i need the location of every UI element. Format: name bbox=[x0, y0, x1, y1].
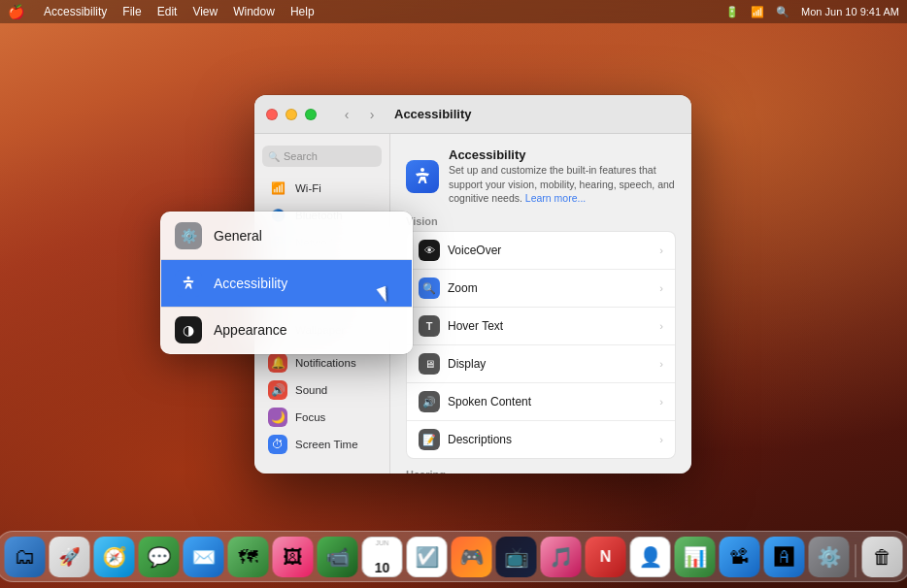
sidebar-wifi-label: Wi-Fi bbox=[295, 182, 321, 194]
dock-item-finder[interactable]: 🗂 bbox=[5, 537, 46, 577]
spokencontent-label: Spoken Content bbox=[448, 395, 659, 408]
dock-item-launchpad[interactable]: 🚀 bbox=[50, 537, 90, 577]
voiceover-chevron-icon: › bbox=[659, 245, 663, 256]
sidebar-focus-label: Focus bbox=[295, 411, 325, 423]
popup-appearance-label: Appearance bbox=[214, 322, 287, 338]
popup-item-appearance[interactable]: ◑ Appearance bbox=[161, 307, 412, 353]
accessibility-main-icon bbox=[406, 160, 439, 193]
spokencontent-chevron-icon: › bbox=[659, 396, 663, 408]
menubar: 🍎 Accessibility File Edit View Window He… bbox=[0, 0, 907, 23]
settings-row-zoom[interactable]: 🔍 Zoom › bbox=[407, 270, 675, 308]
dock-item-photos[interactable]: 🖼 bbox=[273, 537, 314, 577]
display-label: Display bbox=[448, 357, 659, 371]
search-placeholder: Search bbox=[284, 150, 318, 162]
hovertext-label: Hover Text bbox=[448, 319, 659, 333]
accessibility-popup-icon bbox=[175, 270, 202, 297]
vision-category-label: Vision bbox=[406, 215, 676, 227]
settings-row-hovertext[interactable]: T Hover Text › bbox=[407, 308, 675, 345]
section-title-block: Accessibility Set up and customize the b… bbox=[449, 147, 676, 206]
wifi-icon: 📶 bbox=[268, 179, 287, 198]
voiceover-label: VoiceOver bbox=[448, 244, 659, 257]
dock-item-messages[interactable]: 💬 bbox=[139, 537, 180, 577]
dock-item-reminders[interactable]: ☑️ bbox=[407, 537, 448, 577]
nav-back-button[interactable]: ‹ bbox=[336, 104, 357, 125]
section-header: Accessibility Set up and customize the b… bbox=[406, 147, 676, 206]
svg-point-1 bbox=[186, 276, 189, 278]
vision-settings-list: 👁 VoiceOver › 🔍 Zoom › T Hover Te bbox=[406, 231, 676, 459]
apple-menu-icon[interactable]: 🍎 bbox=[8, 4, 24, 19]
dock-item-mail[interactable]: ✉️ bbox=[184, 537, 224, 577]
menubar-view[interactable]: View bbox=[192, 5, 218, 18]
settings-row-descriptions[interactable]: 📝 Descriptions › bbox=[407, 421, 675, 458]
menubar-left: 🍎 Accessibility File Edit View Window He… bbox=[8, 4, 315, 19]
dock: 🗂 🚀 🧭 💬 ✉️ 🗺 🖼 📹 JUN 10 ☑️ 🎮 📺 🎵 N 👤 bbox=[0, 531, 907, 582]
dock-item-numbers[interactable]: 📊 bbox=[675, 537, 716, 577]
popup-general-label: General bbox=[214, 228, 262, 244]
dock-item-syspreferences[interactable]: ⚙️ bbox=[809, 537, 850, 577]
appearance-popup-icon: ◑ bbox=[175, 316, 202, 343]
zoom-chevron-icon: › bbox=[659, 282, 663, 294]
dock-item-notes[interactable]: 🎮 bbox=[452, 537, 492, 577]
menubar-file[interactable]: File bbox=[122, 5, 141, 18]
popup-accessibility-label: Accessibility bbox=[214, 276, 287, 291]
window-close-button[interactable] bbox=[266, 109, 278, 120]
context-popup: ⚙️ General Accessibility ◑ Appearance bbox=[160, 212, 413, 354]
nav-forward-button[interactable]: › bbox=[361, 104, 383, 125]
display-icon: 🖥 bbox=[419, 353, 440, 375]
hearing-category-label: Hearing bbox=[406, 469, 676, 474]
spokencontent-icon: 🔊 bbox=[419, 391, 440, 412]
menubar-battery-icon: 🔋 bbox=[725, 6, 739, 18]
sidebar-screentime-label: Screen Time bbox=[295, 439, 358, 450]
menubar-help[interactable]: Help bbox=[290, 5, 315, 18]
dock-item-contacts[interactable]: 👤 bbox=[630, 537, 671, 577]
dock-item-appstore[interactable]: 🅰 bbox=[764, 537, 805, 577]
dock-item-safari[interactable]: 🧭 bbox=[94, 537, 135, 577]
main-content: Accessibility Set up and customize the b… bbox=[390, 134, 691, 474]
window-minimize-button[interactable] bbox=[286, 109, 297, 120]
descriptions-icon: 📝 bbox=[419, 429, 440, 450]
general-popup-icon: ⚙️ bbox=[175, 222, 202, 249]
window-title: Accessibility bbox=[394, 107, 472, 121]
svg-point-0 bbox=[420, 168, 424, 172]
dock-item-keynote[interactable]: 📽 bbox=[720, 537, 760, 577]
hovertext-icon: T bbox=[419, 315, 440, 337]
dock-item-tv[interactable]: 📺 bbox=[496, 537, 537, 577]
dock-item-calendar[interactable]: JUN 10 bbox=[362, 537, 403, 577]
menubar-window[interactable]: Window bbox=[233, 5, 275, 18]
voiceover-icon: 👁 bbox=[419, 240, 440, 261]
sidebar-item-focus[interactable]: 🌙 Focus bbox=[258, 404, 386, 431]
settings-row-display[interactable]: 🖥 Display › bbox=[407, 345, 675, 383]
window-nav: ‹ › bbox=[336, 104, 383, 125]
dock-item-facetime[interactable]: 📹 bbox=[318, 537, 358, 577]
zoom-label: Zoom bbox=[448, 281, 659, 295]
menubar-edit[interactable]: Edit bbox=[157, 5, 178, 18]
sidebar-sound-label: Sound bbox=[295, 384, 327, 396]
descriptions-label: Descriptions bbox=[448, 433, 659, 446]
menubar-app-name[interactable]: Accessibility bbox=[44, 5, 107, 18]
notifications-icon: 🔔 bbox=[268, 353, 287, 373]
settings-row-spokencontent[interactable]: 🔊 Spoken Content › bbox=[407, 383, 675, 421]
menubar-right: 🔋 📶 🔍 Mon Jun 10 9:41 AM bbox=[725, 6, 899, 18]
section-title: Accessibility bbox=[449, 147, 676, 162]
sidebar-search-field[interactable]: 🔍 Search bbox=[262, 146, 382, 167]
menubar-datetime: Mon Jun 10 9:41 AM bbox=[801, 6, 899, 17]
menubar-search-icon[interactable]: 🔍 bbox=[776, 6, 789, 18]
section-subtitle: Set up and customize the built-in featur… bbox=[449, 163, 676, 206]
learn-more-link[interactable]: Learn more... bbox=[525, 192, 586, 204]
sidebar-item-wifi[interactable]: 📶 Wi-Fi bbox=[258, 175, 386, 202]
dock-item-music[interactable]: 🎵 bbox=[541, 537, 582, 577]
screentime-icon: ⏱ bbox=[268, 435, 287, 454]
dock-item-maps[interactable]: 🗺 bbox=[228, 537, 269, 577]
sidebar-item-sound[interactable]: 🔊 Sound bbox=[258, 376, 386, 404]
popup-item-accessibility[interactable]: Accessibility bbox=[161, 260, 412, 307]
zoom-icon: 🔍 bbox=[419, 278, 440, 299]
descriptions-chevron-icon: › bbox=[659, 434, 663, 445]
search-icon: 🔍 bbox=[268, 151, 280, 162]
sidebar-item-screentime[interactable]: ⏱ Screen Time bbox=[258, 431, 386, 458]
window-maximize-button[interactable] bbox=[305, 109, 317, 120]
dock-item-news[interactable]: N bbox=[586, 537, 626, 577]
settings-row-voiceover[interactable]: 👁 VoiceOver › bbox=[407, 232, 675, 270]
display-chevron-icon: › bbox=[659, 358, 663, 370]
popup-item-general[interactable]: ⚙️ General bbox=[161, 212, 412, 259]
dock-item-trash[interactable]: 🗑 bbox=[862, 537, 903, 577]
